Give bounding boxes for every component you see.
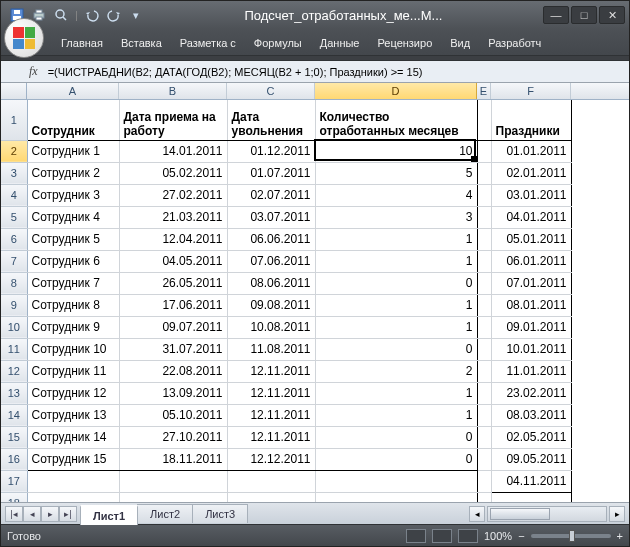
cell-c9[interactable]: 09.08.2011 xyxy=(227,294,315,316)
row-header[interactable]: 8 xyxy=(1,272,27,294)
row-header[interactable]: 1 xyxy=(1,100,27,140)
cell-e18[interactable] xyxy=(477,492,491,502)
col-header-e[interactable]: E xyxy=(477,83,491,99)
row-header[interactable]: 3 xyxy=(1,162,27,184)
cell-d6[interactable]: 1 xyxy=(315,228,477,250)
cell-e13[interactable] xyxy=(477,382,491,404)
cell-c11[interactable]: 11.08.2011 xyxy=(227,338,315,360)
cell-b14[interactable]: 05.10.2011 xyxy=(119,404,227,426)
close-button[interactable]: ✕ xyxy=(599,6,625,24)
cell-a15[interactable]: Сотрудник 14 xyxy=(27,426,119,448)
cell-e7[interactable] xyxy=(477,250,491,272)
cell-e4[interactable] xyxy=(477,184,491,206)
preview-icon[interactable] xyxy=(53,7,69,23)
cell-c7[interactable]: 07.06.2011 xyxy=(227,250,315,272)
formula-input[interactable] xyxy=(44,64,629,80)
row-header[interactable]: 4 xyxy=(1,184,27,206)
row-header[interactable]: 9 xyxy=(1,294,27,316)
cell-e17[interactable] xyxy=(477,470,491,492)
cell-a6[interactable]: Сотрудник 5 xyxy=(27,228,119,250)
sheet-nav-last[interactable]: ▸| xyxy=(59,506,77,522)
fx-icon[interactable]: fx xyxy=(29,64,38,79)
cell-b13[interactable]: 13.09.2011 xyxy=(119,382,227,404)
cell-f12[interactable]: 11.01.2011 xyxy=(491,360,571,382)
tab-review[interactable]: Рецензиро xyxy=(369,33,440,55)
header-cell-f[interactable]: Праздники xyxy=(491,100,571,140)
cell-c18[interactable] xyxy=(227,492,315,502)
cell-d14[interactable]: 1 xyxy=(315,404,477,426)
cell-c8[interactable]: 08.06.2011 xyxy=(227,272,315,294)
zoom-in-button[interactable]: + xyxy=(617,530,623,542)
row-header[interactable]: 16 xyxy=(1,448,27,470)
cell-b16[interactable]: 18.11.2011 xyxy=(119,448,227,470)
cell-e14[interactable] xyxy=(477,404,491,426)
select-all-corner[interactable] xyxy=(1,83,27,99)
cell-f8[interactable]: 07.01.2011 xyxy=(491,272,571,294)
cell-e3[interactable] xyxy=(477,162,491,184)
grid-body[interactable]: 1СотрудникДата приема на работуДата увол… xyxy=(1,100,629,502)
hscroll-thumb[interactable] xyxy=(490,508,550,520)
cell-f16[interactable]: 09.05.2011 xyxy=(491,448,571,470)
header-cell-c[interactable]: Дата увольнения xyxy=(227,100,315,140)
sheet-tab-1[interactable]: Лист1 xyxy=(80,505,138,525)
qat-dropdown-icon[interactable]: ▾ xyxy=(128,7,144,23)
view-layout-button[interactable] xyxy=(432,529,452,543)
cell-d10[interactable]: 1 xyxy=(315,316,477,338)
cell-c5[interactable]: 03.07.2011 xyxy=(227,206,315,228)
tab-developer[interactable]: Разработч xyxy=(480,33,549,55)
col-header-d[interactable]: D xyxy=(315,83,477,99)
cell-e5[interactable] xyxy=(477,206,491,228)
cell-f14[interactable]: 08.03.2011 xyxy=(491,404,571,426)
cell-a5[interactable]: Сотрудник 4 xyxy=(27,206,119,228)
cell-e6[interactable] xyxy=(477,228,491,250)
cell-f6[interactable]: 05.01.2011 xyxy=(491,228,571,250)
cell-b12[interactable]: 22.08.2011 xyxy=(119,360,227,382)
cell-d13[interactable]: 1 xyxy=(315,382,477,404)
col-header-c[interactable]: C xyxy=(227,83,315,99)
tab-formulas[interactable]: Формулы xyxy=(246,33,310,55)
row-header[interactable]: 15 xyxy=(1,426,27,448)
cell-c2[interactable]: 01.12.2011 xyxy=(227,140,315,162)
sheet-tab-2[interactable]: Лист2 xyxy=(137,504,193,523)
cell-d2[interactable]: 10 xyxy=(315,140,477,162)
cell-c17[interactable] xyxy=(227,470,315,492)
cell-b10[interactable]: 09.07.2011 xyxy=(119,316,227,338)
cell-b4[interactable]: 27.02.2011 xyxy=(119,184,227,206)
view-pagebreak-button[interactable] xyxy=(458,529,478,543)
hscroll-right[interactable]: ▸ xyxy=(609,506,625,522)
cell-c14[interactable]: 12.11.2011 xyxy=(227,404,315,426)
cell-e11[interactable] xyxy=(477,338,491,360)
cell-a18[interactable] xyxy=(27,492,119,502)
row-header[interactable]: 6 xyxy=(1,228,27,250)
cell-e2[interactable] xyxy=(477,140,491,162)
row-header[interactable]: 7 xyxy=(1,250,27,272)
cell-a2[interactable]: Сотрудник 1 xyxy=(27,140,119,162)
cell-a17[interactable] xyxy=(27,470,119,492)
cell-b17[interactable] xyxy=(119,470,227,492)
cell-d5[interactable]: 3 xyxy=(315,206,477,228)
cell-a4[interactable]: Сотрудник 3 xyxy=(27,184,119,206)
sheet-nav-next[interactable]: ▸ xyxy=(41,506,59,522)
zoom-out-button[interactable]: − xyxy=(518,530,524,542)
cell-a13[interactable]: Сотрудник 12 xyxy=(27,382,119,404)
cell-d18[interactable] xyxy=(315,492,477,502)
view-normal-button[interactable] xyxy=(406,529,426,543)
cell-d12[interactable]: 2 xyxy=(315,360,477,382)
cell-d8[interactable]: 0 xyxy=(315,272,477,294)
cell-c13[interactable]: 12.11.2011 xyxy=(227,382,315,404)
cell-d4[interactable]: 4 xyxy=(315,184,477,206)
cell-e15[interactable] xyxy=(477,426,491,448)
row-header[interactable]: 14 xyxy=(1,404,27,426)
cell-a9[interactable]: Сотрудник 8 xyxy=(27,294,119,316)
row-header[interactable]: 17 xyxy=(1,470,27,492)
header-cell-a[interactable]: Сотрудник xyxy=(27,100,119,140)
cell-c15[interactable]: 12.11.2011 xyxy=(227,426,315,448)
cell-f9[interactable]: 08.01.2011 xyxy=(491,294,571,316)
cell-c6[interactable]: 06.06.2011 xyxy=(227,228,315,250)
cell-b11[interactable]: 31.07.2011 xyxy=(119,338,227,360)
cell-f13[interactable]: 23.02.2011 xyxy=(491,382,571,404)
col-header-b[interactable]: B xyxy=(119,83,227,99)
tab-data[interactable]: Данные xyxy=(312,33,368,55)
cell-a8[interactable]: Сотрудник 7 xyxy=(27,272,119,294)
cell-a16[interactable]: Сотрудник 15 xyxy=(27,448,119,470)
